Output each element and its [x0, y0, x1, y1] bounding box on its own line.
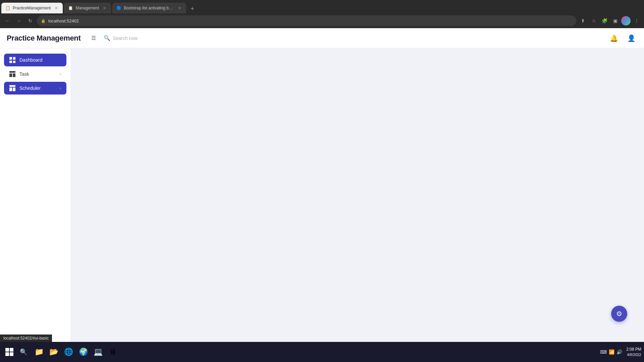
- tab-management[interactable]: 📋 Management ✕: [64, 3, 111, 13]
- sidebar-item-dashboard-label: Dashboard: [19, 57, 61, 63]
- browser-chrome: 📋 PracticeManagement ✕ 📋 Management ✕ 🔵 …: [0, 0, 644, 28]
- bell-icon: 🔔: [610, 34, 618, 42]
- tab-close-3[interactable]: ✕: [177, 5, 182, 11]
- task-chevron-icon: ›: [60, 72, 61, 76]
- taskbar-app-mail[interactable]: 🌐: [62, 345, 75, 359]
- sidebar-item-task-label: Task: [19, 71, 56, 77]
- taskbar-app-terminal[interactable]: 🖥: [106, 345, 119, 359]
- dashboard-icon: [9, 57, 15, 63]
- forward-button[interactable]: →: [14, 16, 23, 25]
- tab-label-1: PracticeManagement: [13, 6, 51, 10]
- keyboard-icon: ⌨: [600, 349, 607, 355]
- taskbar-app-explorer[interactable]: 📂: [47, 345, 60, 359]
- status-bar-tooltip: localhost:52402/#ui-basic: [0, 335, 52, 342]
- taskbar-app-chrome[interactable]: 🌍: [76, 345, 90, 359]
- sidebar-item-dashboard[interactable]: Dashboard: [4, 54, 66, 66]
- windows-icon: [5, 348, 13, 356]
- start-button[interactable]: [3, 345, 16, 359]
- tab-close-2[interactable]: ✕: [102, 5, 107, 11]
- terminal-icon: 🖥: [109, 348, 116, 356]
- search-icon: 🔍: [104, 35, 110, 41]
- user-profile-button[interactable]: 👤: [625, 32, 637, 44]
- taskbar-app-vscode[interactable]: 💻: [91, 345, 105, 359]
- tab-favicon-2: 📋: [68, 6, 73, 10]
- main-content: Dashboard Task ›: [0, 48, 644, 342]
- tab-close-1[interactable]: ✕: [53, 5, 59, 11]
- task-icon: [9, 71, 15, 77]
- sidebar-item-scheduler-label: Scheduler: [19, 85, 56, 91]
- status-url-text: localhost:52402/#ui-basic: [3, 336, 49, 341]
- reload-button[interactable]: ↻: [25, 16, 35, 25]
- new-tab-button[interactable]: +: [187, 4, 197, 13]
- taskbar-date: 4/8/2022: [626, 352, 641, 357]
- app-container: Practice Management ☰ 🔍 Search now 🔔 👤: [0, 28, 644, 342]
- sidebar-toggle-button[interactable]: ▣: [610, 16, 620, 25]
- volume-icon: 🔊: [616, 349, 622, 355]
- taskbar-app-files[interactable]: 📁: [32, 345, 46, 359]
- search-placeholder-text: Search now: [113, 36, 138, 41]
- taskbar-system-icons: ⌨ 📶 🔊: [600, 349, 622, 355]
- back-button[interactable]: ←: [3, 16, 12, 25]
- explorer-icon: 📂: [49, 348, 58, 356]
- notification-bell-button[interactable]: 🔔: [608, 32, 620, 44]
- address-bar[interactable]: 🔒 localhost:52402: [37, 15, 576, 26]
- page-content: [70, 48, 644, 342]
- search-bar[interactable]: 🔍 Search now: [104, 35, 138, 41]
- url-text: localhost:52402: [48, 18, 79, 23]
- hamburger-icon: ☰: [91, 35, 96, 41]
- sidebar-item-scheduler[interactable]: Scheduler ›: [4, 82, 66, 95]
- share-button[interactable]: ⬆: [578, 16, 588, 25]
- taskbar-search-icon: 🔍: [20, 348, 27, 356]
- taskbar-clock[interactable]: 2:08 PM 4/8/2022: [626, 347, 641, 357]
- tab-label-3: Bootstrap list activating both me...: [124, 6, 174, 10]
- lock-icon: 🔒: [41, 19, 46, 23]
- browser-actions: ⬆ ☆ 🧩 ▣ ⋮: [578, 16, 641, 25]
- wifi-icon: 📶: [609, 349, 614, 355]
- address-bar-row: ← → ↻ 🔒 localhost:52402 ⬆ ☆ 🧩 ▣ ⋮: [0, 13, 644, 28]
- tab-favicon-1: 📋: [5, 6, 10, 10]
- mail-icon: 🌐: [64, 348, 73, 356]
- scheduler-icon: [9, 85, 15, 91]
- app-title: Practice Management: [7, 34, 81, 43]
- gear-icon: ⚙: [616, 310, 622, 318]
- sidebar-item-task[interactable]: Task ›: [4, 68, 66, 80]
- tab-practice-management[interactable]: 📋 PracticeManagement ✕: [1, 3, 63, 13]
- taskbar-time: 2:08 PM: [626, 347, 641, 352]
- taskbar-search-button[interactable]: 🔍: [17, 346, 30, 358]
- tab-favicon-3: 🔵: [116, 6, 121, 10]
- scheduler-chevron-icon: ›: [60, 86, 61, 90]
- files-icon: 📁: [35, 348, 44, 356]
- hamburger-button[interactable]: ☰: [88, 32, 100, 44]
- navbar-actions: 🔔 👤: [608, 32, 637, 44]
- extensions-button[interactable]: 🧩: [600, 16, 609, 25]
- menu-button[interactable]: ⋮: [632, 16, 641, 25]
- bookmark-button[interactable]: ☆: [589, 16, 598, 25]
- sidebar: Dashboard Task ›: [0, 48, 70, 342]
- taskbar-system: ⌨ 📶 🔊 2:08 PM 4/8/2022: [600, 347, 641, 357]
- taskbar: 🔍 📁 📂 🌐 🌍 💻 🖥 ⌨ 📶 🔊 2:08 PM 4/8/202: [0, 342, 644, 362]
- tab-bar: 📋 PracticeManagement ✕ 📋 Management ✕ 🔵 …: [0, 0, 644, 13]
- chrome-icon: 🌍: [79, 348, 88, 356]
- tab-label-2: Management: [75, 6, 99, 10]
- fab-settings-button[interactable]: ⚙: [611, 306, 627, 322]
- user-icon: 👤: [627, 34, 636, 42]
- tab-bootstrap[interactable]: 🔵 Bootstrap list activating both me... ✕: [112, 3, 186, 13]
- taskbar-apps: 📁 📂 🌐 🌍 💻 🖥: [32, 345, 119, 359]
- top-navbar: Practice Management ☰ 🔍 Search now 🔔 👤: [0, 28, 644, 48]
- vscode-icon: 💻: [94, 348, 103, 356]
- profile-button[interactable]: [621, 16, 631, 25]
